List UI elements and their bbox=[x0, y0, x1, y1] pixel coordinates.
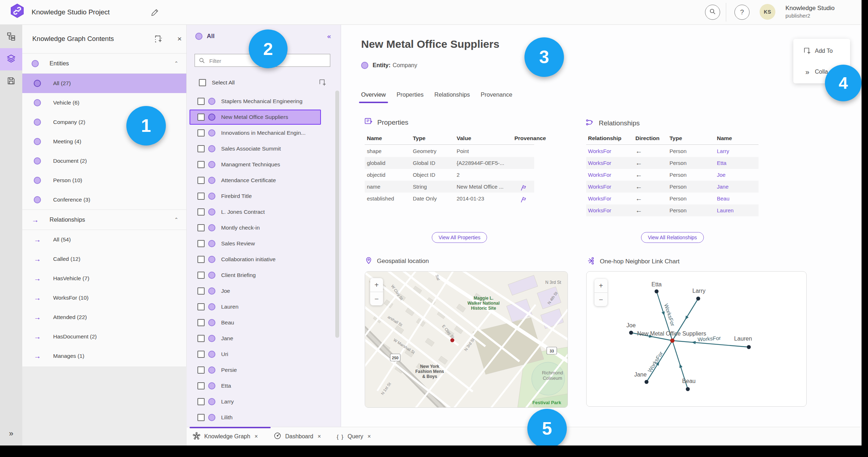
item-checkbox[interactable] bbox=[197, 129, 205, 137]
view-all-properties-button[interactable]: View All Properties bbox=[432, 232, 487, 243]
item-checkbox[interactable] bbox=[197, 114, 205, 121]
sidebar-item-all[interactable]: All (27) bbox=[22, 74, 186, 93]
related-entity-link[interactable]: Joe bbox=[717, 169, 725, 181]
item-checkbox[interactable] bbox=[197, 145, 205, 152]
list-item[interactable]: Uri bbox=[187, 346, 341, 362]
geospatial-map[interactable]: k RdW Clay StSalarshall StW Marshall StE… bbox=[365, 271, 568, 408]
collapse-panel-button[interactable]: « bbox=[327, 24, 331, 48]
add-selection-button[interactable] bbox=[319, 79, 327, 88]
schema-tool-button[interactable] bbox=[0, 26, 22, 48]
list-item[interactable]: Joe bbox=[187, 283, 341, 299]
sidebar-item-worksfor[interactable]: →WorksFor (10) bbox=[22, 288, 186, 308]
layers-tool-button[interactable] bbox=[0, 48, 22, 70]
list-item[interactable]: Jane bbox=[187, 331, 341, 346]
related-entity-link[interactable]: Jane bbox=[717, 181, 729, 193]
tab-provenance[interactable]: Provenance bbox=[481, 91, 512, 103]
help-button[interactable]: ? bbox=[734, 5, 750, 20]
rail-expand-button[interactable]: » bbox=[0, 429, 22, 438]
tab-overview[interactable]: Overview bbox=[361, 91, 386, 103]
view-tab-query[interactable]: { }Query× bbox=[337, 433, 371, 440]
sidebar-item-manages[interactable]: →Manages (1) bbox=[22, 346, 186, 366]
item-checkbox[interactable] bbox=[197, 303, 205, 310]
link-chart[interactable]: EttaWorksForLarryJoeLaurenWorksForJaneWo… bbox=[586, 271, 807, 407]
sidebar-item-document[interactable]: Document (2) bbox=[22, 151, 186, 171]
sidebar-item-hasdocument[interactable]: →HasDocument (2) bbox=[22, 327, 186, 346]
list-item[interactable]: Staplers Mechanical Engineering bbox=[187, 93, 341, 109]
related-entity-link[interactable]: Beau bbox=[717, 193, 729, 204]
list-item[interactable]: Firebird Title bbox=[187, 188, 341, 204]
related-entity-link[interactable]: Larry bbox=[717, 145, 729, 157]
relationship-link[interactable]: WorksFor bbox=[588, 193, 611, 204]
view-tab-knowledge-graph[interactable]: Knowledge Graph× bbox=[192, 432, 258, 442]
section-header-relationships[interactable]: →Relationships⌃ bbox=[22, 209, 186, 230]
item-checkbox[interactable] bbox=[197, 398, 205, 405]
list-item[interactable]: Managment Techniques bbox=[187, 157, 341, 172]
sidebar-item-vehicle[interactable]: Vehicle (6) bbox=[22, 93, 186, 112]
view-all-relationships-button[interactable]: View All Relationships bbox=[641, 232, 704, 243]
relationship-link[interactable]: WorksFor bbox=[588, 145, 611, 157]
item-checkbox[interactable] bbox=[197, 272, 205, 279]
relationship-link[interactable]: WorksFor bbox=[588, 169, 611, 181]
view-tab-dashboard[interactable]: Dashboard× bbox=[274, 432, 321, 441]
related-entity-link[interactable]: Lauren bbox=[717, 204, 734, 216]
item-checkbox[interactable] bbox=[197, 208, 205, 216]
save-tool-button[interactable] bbox=[0, 70, 22, 93]
sidebar-item-called[interactable]: →Called (12) bbox=[22, 249, 186, 269]
zoom-out-button[interactable]: − bbox=[594, 293, 607, 306]
add-to-button[interactable]: Add To bbox=[793, 41, 850, 61]
sidebar-item-hasvehicle[interactable]: →HasVehicle (7) bbox=[22, 269, 186, 288]
item-checkbox[interactable] bbox=[197, 287, 205, 295]
close-tab-icon[interactable]: × bbox=[318, 433, 321, 440]
zoom-in-button[interactable]: + bbox=[594, 279, 607, 293]
list-item[interactable]: Sales Review bbox=[187, 236, 341, 251]
item-checkbox[interactable] bbox=[197, 256, 205, 263]
section-header-entities[interactable]: Entities⌃ bbox=[22, 54, 186, 74]
tab-properties[interactable]: Properties bbox=[397, 91, 424, 103]
relationship-link[interactable]: WorksFor bbox=[588, 157, 611, 169]
search-button[interactable] bbox=[705, 5, 720, 20]
list-item[interactable]: Sales Associate Summit bbox=[187, 141, 341, 157]
list-item[interactable]: Attendance Certificate bbox=[187, 172, 341, 188]
item-checkbox[interactable] bbox=[197, 193, 205, 200]
related-entity-link[interactable]: Etta bbox=[717, 157, 727, 169]
sidebar-item-person[interactable]: Person (10) bbox=[22, 171, 186, 190]
list-item[interactable]: Client Briefing bbox=[187, 267, 341, 283]
zoom-in-button[interactable]: + bbox=[370, 278, 383, 292]
item-checkbox[interactable] bbox=[197, 351, 205, 358]
list-item[interactable]: L. Jones Contract bbox=[187, 204, 341, 220]
item-checkbox[interactable] bbox=[197, 335, 205, 342]
item-checkbox[interactable] bbox=[197, 240, 205, 247]
list-item[interactable]: Persie bbox=[187, 362, 341, 378]
sidebar-item-attended[interactable]: →Attended (22) bbox=[22, 308, 186, 327]
list-item[interactable]: Innovations in Mechanical Engin... bbox=[187, 125, 341, 141]
item-checkbox[interactable] bbox=[197, 161, 205, 168]
zoom-out-button[interactable]: − bbox=[370, 292, 383, 306]
collapse-chevron-icon[interactable]: ⌃ bbox=[174, 210, 178, 230]
list-item[interactable]: Lilith bbox=[187, 410, 341, 425]
item-checkbox[interactable] bbox=[197, 366, 205, 374]
item-checkbox[interactable] bbox=[197, 224, 205, 231]
list-scrollbar[interactable] bbox=[335, 91, 339, 338]
list-item[interactable]: Montly check-in bbox=[187, 220, 341, 236]
edit-pencil-icon[interactable] bbox=[151, 8, 159, 18]
item-checkbox[interactable] bbox=[197, 177, 205, 184]
list-item[interactable]: New Metal Office Suppliers bbox=[187, 109, 341, 125]
close-tab-icon[interactable]: × bbox=[368, 433, 371, 440]
tab-relationships[interactable]: Relationships bbox=[434, 91, 470, 103]
select-all-checkbox[interactable] bbox=[199, 79, 206, 86]
provenance-flag-icon[interactable] bbox=[520, 195, 527, 207]
list-item[interactable]: Collaboration initiative bbox=[187, 251, 341, 267]
close-tab-icon[interactable]: × bbox=[255, 433, 258, 440]
item-checkbox[interactable] bbox=[197, 98, 205, 105]
item-checkbox[interactable] bbox=[197, 382, 205, 389]
close-panel-button[interactable]: × bbox=[177, 34, 182, 43]
list-item[interactable]: Etta bbox=[187, 378, 341, 394]
sidebar-item-conference[interactable]: Conference (3) bbox=[22, 190, 186, 209]
relationship-link[interactable]: WorksFor bbox=[588, 204, 611, 216]
relationship-link[interactable]: WorksFor bbox=[588, 181, 611, 193]
sidebar-item-all[interactable]: →All (54) bbox=[22, 230, 186, 249]
list-item[interactable]: Lauren bbox=[187, 299, 341, 315]
list-item[interactable]: Larry bbox=[187, 394, 341, 410]
add-layer-button[interactable] bbox=[154, 35, 163, 45]
avatar[interactable]: KS bbox=[760, 4, 775, 20]
